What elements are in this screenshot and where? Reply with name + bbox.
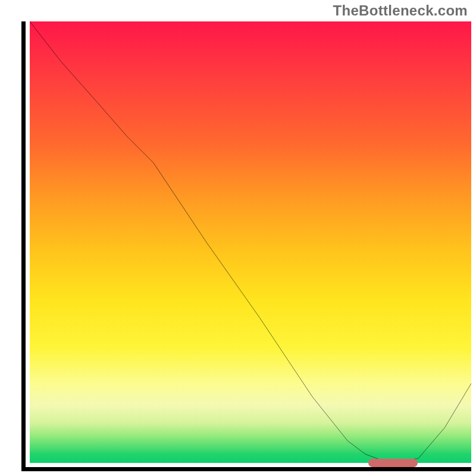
- chart-line-path: [30, 21, 471, 461]
- watermark-text: TheBottleneck.com: [333, 2, 468, 19]
- chart-line: [30, 21, 471, 463]
- chart-frame: [21, 21, 471, 471]
- chart-annotation-pill: [368, 459, 417, 467]
